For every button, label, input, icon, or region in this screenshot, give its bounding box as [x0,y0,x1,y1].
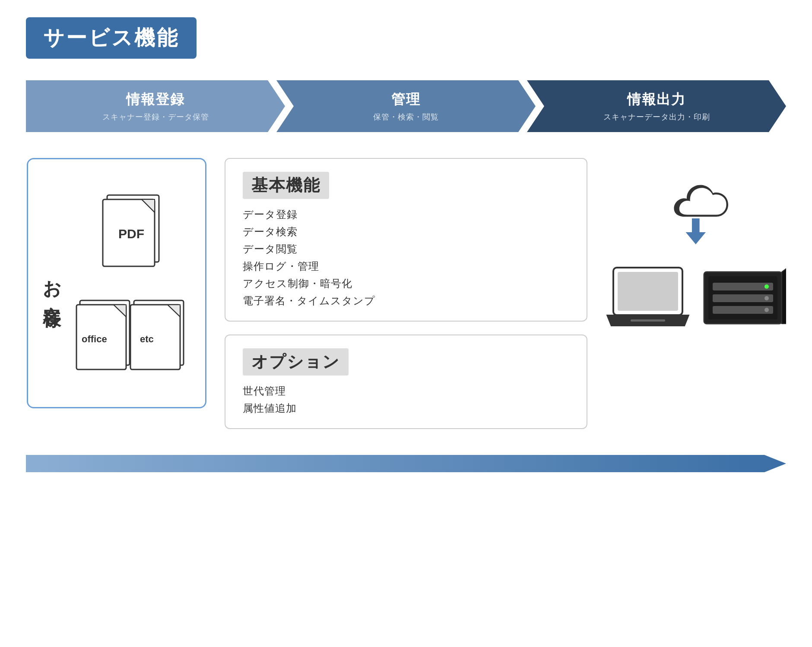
flow-arrow-management: 管理 保管・検索・閲覧 [276,80,536,132]
svg-rect-24 [713,306,773,314]
printer-icon [700,263,786,332]
svg-rect-15 [692,218,700,234]
flow-title-output: 情報出力 [627,90,686,109]
options-list: 世代管理 属性値追加 [243,384,569,415]
flow-title-management: 管理 [391,90,421,109]
svg-text:PDF: PDF [118,227,144,241]
flow-arrow-output: 情報出力 スキャナーデータ出力・印刷 [527,80,786,132]
svg-marker-16 [685,232,706,244]
svg-text:etc: etc [140,334,154,344]
features-section: 基本機能 データ登録 データ検索 データ閲覧 操作ログ・管理 アクセス制御・暗号… [225,158,587,429]
basic-features-title: 基本機能 [243,172,329,199]
cloud-download-icon [652,175,739,246]
svg-rect-19 [631,319,665,322]
page-title-box: サービス機能 [26,17,197,59]
feature-item-4: アクセス制御・暗号化 [243,277,569,290]
feature-item-2: データ閲覧 [243,242,569,256]
svg-point-27 [764,308,769,312]
flow-subtitle-registration: スキャナー登録・データ保管 [102,112,209,122]
feature-item-3: 操作ログ・管理 [243,259,569,273]
svg-point-26 [764,296,769,300]
feature-item-0: データ登録 [243,208,569,221]
output-section [605,158,786,332]
svg-rect-22 [713,283,773,290]
options-box: オプション 世代管理 属性値追加 [225,335,587,429]
flow-arrow-registration: 情報登録 スキャナー登録・データ保管 [26,80,285,132]
office-etc-documents: office etc [76,297,192,375]
basic-features-list: データ登録 データ検索 データ閲覧 操作ログ・管理 アクセス制御・暗号化 電子署… [243,208,569,308]
customer-box: お客様 PDF [27,158,206,408]
pdf-document: PDF [99,192,168,280]
customer-section: お客様 PDF [26,158,207,408]
page-title: サービス機能 [43,26,179,49]
svg-point-25 [764,284,769,289]
svg-rect-23 [713,294,773,302]
main-content: お客様 PDF [26,158,786,429]
feature-item-5: 電子署名・タイムスタンプ [243,294,569,308]
devices-area [605,263,786,332]
svg-rect-18 [618,272,678,311]
customer-label: お客様 [41,268,63,299]
flow-subtitle-management: 保管・検索・閲覧 [373,112,439,122]
feature-item-1: データ検索 [243,225,569,239]
documents-area: PDF office [76,192,192,375]
bottom-arrow-section [26,455,786,472]
option-item-1: 属性値追加 [243,401,569,415]
laptop-icon [605,263,691,332]
basic-features-box: 基本機能 データ登録 データ検索 データ閲覧 操作ログ・管理 アクセス制御・暗号… [225,158,587,322]
flow-title-registration: 情報登録 [126,90,185,109]
flow-section: 情報登録 スキャナー登録・データ保管 管理 保管・検索・閲覧 情報出力 スキャナ… [26,80,786,132]
flow-subtitle-output: スキャナーデータ出力・印刷 [603,112,710,122]
svg-rect-11 [130,305,180,369]
option-item-0: 世代管理 [243,384,569,398]
bottom-progress-arrow [26,455,786,472]
options-title: オプション [243,348,349,376]
svg-text:office: office [82,334,107,344]
